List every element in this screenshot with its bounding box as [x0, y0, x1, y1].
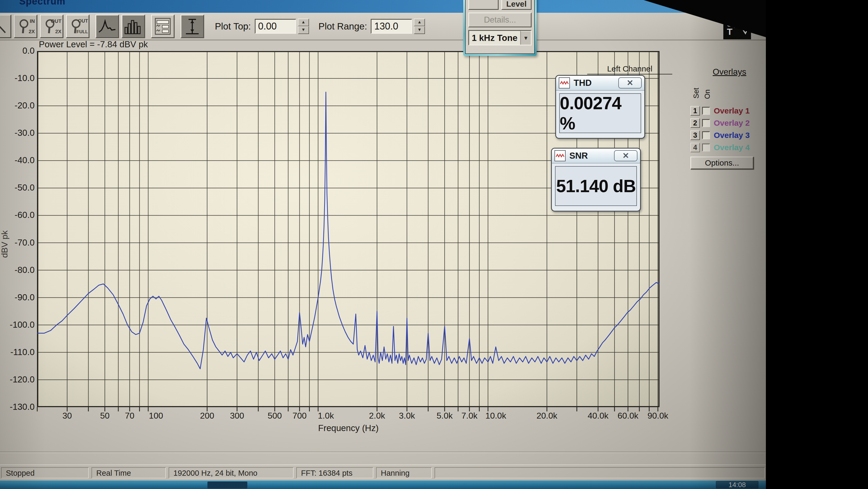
main-toolbar: IN 2X OUT 2X OUT FULL — [0, 13, 766, 40]
spinner-down-icon[interactable]: ▼ — [298, 26, 309, 34]
y-tick-label: -60.0 — [1, 210, 35, 220]
overlays-panel: Overlays Set On 1 Overlay 1 2 Overlay 2 … — [690, 67, 764, 169]
spinner-up-icon[interactable]: ▲ — [414, 19, 425, 26]
power-level-readout: Power Level = -7.84 dBV pk — [39, 39, 148, 50]
tone-select-value: 1 kHz Tone — [469, 31, 520, 45]
thd-title: THD — [574, 78, 618, 88]
snr-value: 51.140 dB — [556, 176, 636, 196]
tone-select[interactable]: 1 kHz Tone ▼ — [468, 30, 532, 45]
cursor-tool-button[interactable] — [0, 14, 11, 38]
client-divider — [0, 452, 766, 453]
status-bar: Stopped Real Time 192000 Hz, 24 bit, Mon… — [0, 464, 766, 481]
spinner-down-icon[interactable]: ▼ — [414, 26, 425, 34]
snr-window[interactable]: SNR ✕ 51.140 dB — [551, 148, 641, 211]
y-tick-label: -100.0 — [1, 320, 35, 330]
plot-range-control: Plot Range: ▲▼ — [318, 19, 425, 34]
overlay-row: 3 Overlay 3 — [690, 129, 764, 141]
y-tick-label: -90.0 — [1, 292, 35, 302]
spectrum-line-icon — [98, 18, 117, 35]
taskbar-button[interactable] — [208, 482, 247, 488]
overlay-options-button[interactable]: Options... — [690, 157, 754, 169]
zoom-out-full-button[interactable]: OUT FULL — [66, 14, 89, 38]
status-sample-format: 192000 Hz, 24 bit, Mono — [168, 467, 293, 478]
plot-range-label: Plot Range: — [318, 21, 367, 32]
taskbar-clock: 14:08 — [716, 481, 758, 488]
thd-titlebar[interactable]: THD ✕ — [556, 76, 644, 91]
taskbar[interactable]: 14:08 — [0, 481, 766, 489]
overlay-4-label: Overlay 4 — [714, 143, 750, 152]
overlay-row: 1 Overlay 1 — [690, 105, 764, 117]
generator-level-button[interactable]: Level — [501, 0, 532, 10]
restore-icon — [715, 4, 721, 9]
y-tick-label: -130.0 — [1, 402, 35, 412]
spectrum-view-button[interactable] — [95, 14, 119, 38]
zoom-out-label-top: OUT — [51, 19, 61, 24]
details-button[interactable]: Details... — [468, 12, 532, 27]
overlay-3-checkbox[interactable] — [702, 131, 710, 139]
vertical-range-icon — [184, 17, 200, 35]
zoom-out-2x-button[interactable]: OUT 2X — [40, 14, 63, 38]
waveform-icon — [559, 77, 570, 89]
plot-range-input[interactable] — [371, 19, 412, 34]
thd-window[interactable]: THD ✕ 0.00274 % — [555, 75, 645, 139]
generator-left-button[interactable] — [468, 0, 499, 10]
zoom-in-label-bottom: 2X — [29, 29, 35, 34]
overlay-4-set-button[interactable]: 4 — [690, 143, 700, 152]
plot-range-spinner[interactable]: ▲▼ — [414, 19, 425, 34]
thd-value-panel: 0.00274 % — [559, 93, 641, 133]
thd-close-button[interactable]: ✕ — [618, 77, 642, 89]
snr-close-button[interactable]: ✕ — [614, 150, 638, 161]
plot-top-spinner[interactable]: ▲▼ — [298, 19, 309, 34]
minimize-button[interactable] — [688, 1, 706, 11]
settings-list-icon — [154, 17, 171, 35]
channel-label: Left Channel — [587, 64, 672, 74]
status-window-function: Hanning — [376, 467, 432, 478]
overlay-2-checkbox[interactable] — [702, 119, 710, 127]
status-fft-size: FFT: 16384 pts — [296, 467, 373, 478]
chevron-down-icon[interactable]: ▼ — [520, 31, 531, 45]
close-icon: X — [737, 2, 742, 9]
snr-titlebar[interactable]: SNR ✕ — [552, 149, 640, 163]
plot-top-control: Plot Top: ▲▼ — [215, 19, 309, 34]
overlays-on-header: On — [703, 89, 712, 99]
y-tick-label: -120.0 — [1, 374, 35, 385]
status-spacer — [435, 467, 765, 478]
overlay-2-set-button[interactable]: 2 — [690, 118, 700, 128]
x-axis-title: Frequency (Hz) — [37, 423, 659, 433]
restore-button[interactable] — [709, 1, 727, 11]
bar-chart-icon — [124, 18, 143, 35]
monitor-screen: Spectrum X IN 2X OUT 2X OUT FULL — [0, 0, 766, 489]
y-tick-label: 0.0 — [1, 46, 35, 56]
overlay-1-checkbox[interactable] — [702, 107, 710, 115]
close-button[interactable]: X — [730, 1, 749, 11]
spinner-up-icon[interactable]: ▲ — [298, 19, 309, 26]
minimize-icon — [693, 7, 701, 9]
overlay-2-label: Overlay 2 — [714, 119, 750, 128]
overlay-3-set-button[interactable]: 3 — [690, 130, 700, 140]
sound-technology-logo: ST — [723, 16, 751, 39]
y-tick-label: -50.0 — [1, 183, 35, 193]
zoom-in-2x-button[interactable]: IN 2X — [14, 14, 37, 38]
plot-top-input[interactable] — [255, 19, 296, 34]
overlay-4-checkbox[interactable] — [702, 143, 710, 152]
overlay-row: 2 Overlay 2 — [690, 117, 764, 129]
zoom-full-label-bottom: FULL — [76, 30, 88, 34]
diagonal-line-icon — [0, 18, 7, 34]
display-options-button[interactable] — [151, 14, 175, 38]
status-run-state: Stopped — [1, 467, 89, 478]
y-tick-label: -30.0 — [1, 128, 35, 138]
zoom-out-label-bottom: 2X — [55, 29, 61, 34]
overlay-row: 4 Overlay 4 — [690, 142, 764, 153]
bar-spectrum-button[interactable] — [122, 14, 145, 38]
snr-value-panel: 51.140 dB — [555, 166, 637, 206]
signal-generator-panel: Level Details... 1 kHz Tone ▼ — [463, 0, 537, 56]
app-titlebar: Spectrum X — [0, 0, 766, 13]
y-tick-label: -40.0 — [1, 155, 35, 165]
plot-top-label: Plot Top: — [215, 21, 251, 32]
y-tick-label: -20.0 — [1, 100, 35, 110]
amplitude-range-button[interactable] — [181, 14, 204, 38]
overlay-1-set-button[interactable]: 1 — [690, 106, 700, 116]
zoom-full-label-top: OUT — [78, 19, 88, 23]
y-tick-label: -110.0 — [1, 347, 35, 357]
y-axis-title: dBV pk — [0, 230, 9, 258]
